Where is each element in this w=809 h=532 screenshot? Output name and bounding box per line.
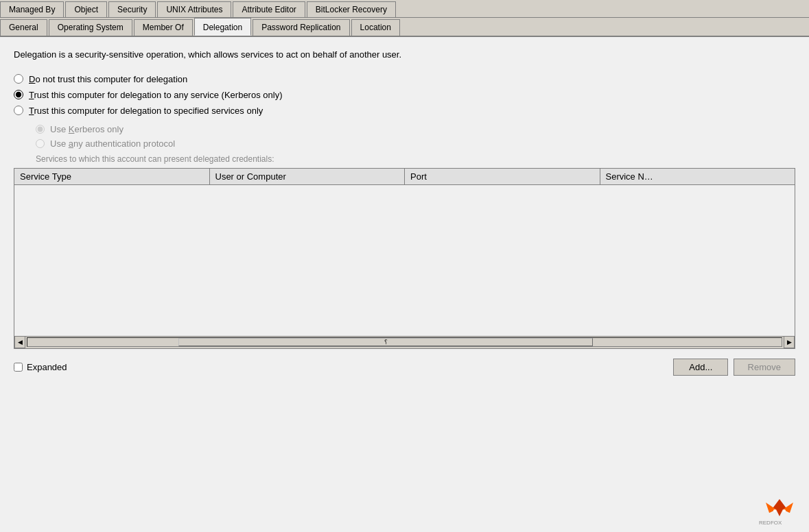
radio-do-not-trust-input[interactable] [14,74,23,84]
tab-general[interactable]: General [0,19,47,36]
expanded-checkbox-input[interactable] [14,363,23,372]
expanded-checkbox[interactable]: Expanded [14,362,67,372]
tab-location[interactable]: Location [351,19,400,36]
tab-managed-by[interactable]: Managed By [0,1,64,17]
scroll-right-button[interactable]: ▶ [784,336,795,348]
delegation-description: Delegation is a security-sensitive opera… [14,48,795,62]
svg-point-3 [773,509,776,512]
scrollbar-track[interactable]: ⸮ [27,337,782,347]
services-table-body[interactable] [14,185,795,336]
content-area: Delegation is a security-sensitive opera… [0,37,809,527]
services-table-container: Service Type User or Computer Port Servi… [14,168,795,349]
radio-kerberos-only[interactable]: Use Kerberos only [36,124,795,134]
svg-point-4 [783,509,786,512]
radio-trust-specified[interactable]: Trust this computer for delegation to sp… [14,106,795,116]
radio-any-auth-label: Use any authentication protocol [50,138,175,149]
col-service-name: Service N… [600,169,795,184]
tab-bitlocker-recovery[interactable]: BitLocker Recovery [307,1,396,17]
col-user-computer: User or Computer [210,169,406,184]
radio-do-not-trust-label: Do not trust this computer for delegatio… [29,74,187,84]
scrollbar-container: ◀ ⸮ ▶ [14,336,795,348]
tab-unix-attributes[interactable]: UNIX Attributes [157,1,231,17]
radio-trust-any[interactable]: Trust this computer for delegation to an… [14,90,795,100]
tab-security[interactable]: Security [108,1,156,17]
col-service-type: Service Type [14,169,210,184]
add-button[interactable]: Add... [673,359,728,376]
delegation-radio-group: Do not trust this computer for delegatio… [14,74,795,116]
tab-row-2: General Operating System Member Of Deleg… [0,18,809,36]
tab-member-of[interactable]: Member Of [134,19,193,36]
bottom-bar: Expanded Add... Remove [14,356,795,378]
sub-options-group: Use Kerberos only Use any authentication… [36,124,795,149]
redfox-logo: REDFOX SECURITY [755,496,804,527]
scroll-left-button[interactable]: ◀ [14,336,25,348]
tab-row-1: Managed By Object Security UNIX Attribut… [0,0,809,18]
services-label: Services to which this account can prese… [36,154,795,164]
scrollbar-thumb[interactable]: ⸮ [178,338,593,346]
radio-trust-specified-input[interactable] [14,106,23,115]
radio-trust-any-label: Trust this computer for delegation to an… [29,90,282,100]
radio-trust-any-input[interactable] [14,90,23,99]
remove-button[interactable]: Remove [734,359,795,376]
expanded-label: Expanded [27,362,67,372]
radio-any-auth[interactable]: Use any authentication protocol [36,138,795,149]
tab-password-replication[interactable]: Password Replication [253,19,349,36]
radio-kerberos-only-input[interactable] [36,125,45,134]
services-table-header: Service Type User or Computer Port Servi… [14,169,795,185]
col-port: Port [405,169,600,184]
radio-trust-specified-label: Trust this computer for delegation to sp… [29,106,263,116]
tab-delegation[interactable]: Delegation [194,18,251,36]
tab-operating-system[interactable]: Operating System [49,19,132,36]
tab-attribute-editor[interactable]: Attribute Editor [233,1,305,17]
tab-object[interactable]: Object [65,1,107,17]
radio-any-auth-input[interactable] [36,139,45,148]
svg-text:REDFOX: REDFOX [759,520,782,526]
radio-kerberos-only-label: Use Kerberos only [50,124,124,134]
radio-do-not-trust[interactable]: Do not trust this computer for delegatio… [14,74,795,84]
